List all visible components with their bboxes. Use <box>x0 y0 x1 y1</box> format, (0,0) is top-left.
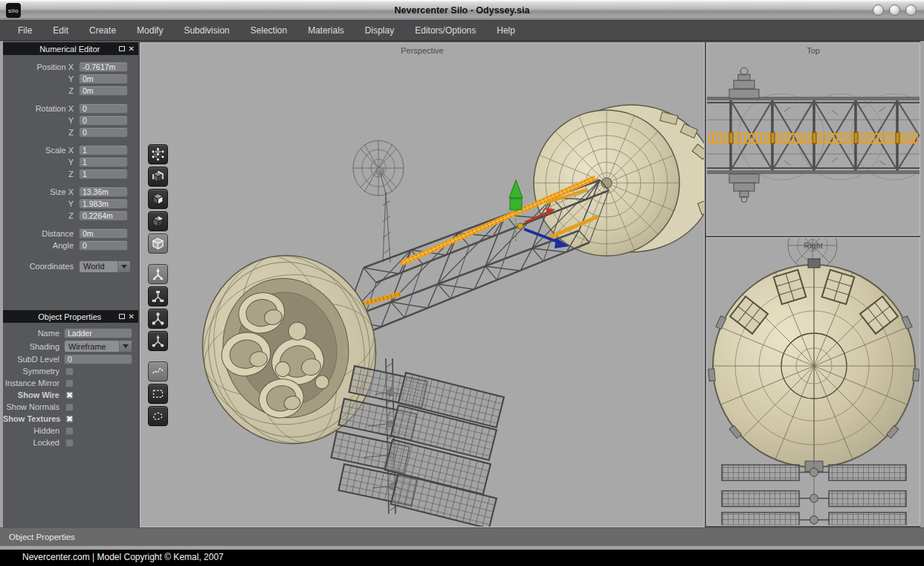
position-z-input[interactable]: 0m <box>79 86 128 96</box>
menu-create[interactable]: Create <box>79 21 126 40</box>
top-view-canvas[interactable] <box>707 43 920 235</box>
shading-row: Shading Wireframe <box>3 339 138 353</box>
distance-input[interactable]: 0m <box>79 228 128 239</box>
right-view-canvas[interactable] <box>707 238 920 525</box>
menu-display[interactable]: Display <box>355 21 404 40</box>
rotation-x-input[interactable]: 0 <box>79 103 128 114</box>
silo-application-window: silo Nevercenter Silo - Odyssey.sia File… <box>0 0 924 566</box>
coordinates-dropdown[interactable]: World <box>79 260 131 273</box>
subd-level-label: SubD Level <box>3 355 64 364</box>
position-x-row: Position X-0.7617m <box>3 61 138 73</box>
object-properties-header[interactable]: Object Properties ✕ <box>3 310 138 323</box>
size-z-input[interactable]: 0.2264m <box>79 210 128 221</box>
scale-y-input[interactable]: 1 <box>79 157 128 167</box>
field-label: Y <box>3 74 79 83</box>
object-properties-panel: Object Properties ✕ Name Ladder Shading <box>3 310 138 527</box>
scale-z-input[interactable]: 1 <box>79 169 128 179</box>
panel-collapse-icon[interactable] <box>119 46 125 51</box>
size-x-input[interactable]: 13.36m <box>79 187 128 197</box>
position-z-row: Z0m <box>3 85 138 97</box>
menu-help[interactable]: Help <box>486 21 526 40</box>
left-panel-column: Numerical Editor ✕ Position X-0.7617m Y0… <box>3 41 138 527</box>
menu-subdivision[interactable]: Subdivision <box>173 21 239 40</box>
angle-input[interactable]: 0 <box>79 240 128 251</box>
top-ladder-highlight <box>708 132 918 144</box>
status-bar: Object Properties <box>0 527 924 546</box>
coordinates-label: Coordinates <box>3 262 79 271</box>
scale-tool-button[interactable] <box>148 309 168 329</box>
field-label: Z <box>3 86 79 95</box>
satellite-dish <box>353 141 404 263</box>
locked-row: Locked <box>3 437 138 448</box>
show-textures-row: Show Textures✖ <box>3 413 138 425</box>
hidden-checkbox[interactable] <box>65 427 74 435</box>
rotation-x-row: Rotation X0 <box>3 103 138 115</box>
solar-panels <box>332 358 504 527</box>
menu-edit[interactable]: Edit <box>42 21 79 40</box>
name-label: Name <box>3 329 64 338</box>
lasso-select-button[interactable] <box>148 406 168 426</box>
checkbox-label: Locked <box>3 438 64 447</box>
field-label: Position X <box>3 62 79 71</box>
field-label: Z <box>3 170 79 179</box>
shading-value: Wireframe <box>65 342 119 351</box>
locked-checkbox[interactable] <box>65 439 74 447</box>
right-viewport[interactable]: Right <box>706 237 920 526</box>
perspective-viewport[interactable]: Perspective <box>140 42 705 527</box>
dropdown-arrow-button[interactable] <box>119 341 132 352</box>
window-maximize-button[interactable] <box>889 4 900 16</box>
scale-x-input[interactable]: 1 <box>79 145 128 155</box>
shading-dropdown[interactable]: Wireframe <box>64 340 132 353</box>
menu-modify[interactable]: Modify <box>126 21 173 40</box>
size-z-row: Z0.2264m <box>3 210 138 222</box>
field-label: Distance <box>3 229 79 238</box>
name-row: Name Ladder <box>3 327 138 339</box>
panel-close-icon[interactable]: ✕ <box>129 313 135 321</box>
instance-mirror-checkbox[interactable] <box>65 379 74 387</box>
rect-select-button[interactable] <box>148 384 168 404</box>
right-solar-rows <box>722 465 906 525</box>
rotation-z-input[interactable]: 0 <box>79 127 128 138</box>
universal-manipulator-button[interactable] <box>148 331 168 351</box>
show-wire-checkbox[interactable]: ✖ <box>65 391 74 399</box>
numerical-editor-title: Numerical Editor <box>3 45 119 54</box>
perspective-3d-canvas[interactable] <box>140 43 704 527</box>
show-normals-checkbox[interactable] <box>65 403 74 411</box>
instance-mirror-row: Instance Mirror <box>3 377 138 389</box>
size-y-input[interactable]: 1.983m <box>79 199 128 209</box>
menu-selection[interactable]: Selection <box>240 21 297 40</box>
symmetry-checkbox[interactable] <box>65 367 74 376</box>
top-viewport[interactable]: Top <box>706 42 920 236</box>
numerical-editor-header[interactable]: Numerical Editor ✕ <box>3 42 138 55</box>
dropdown-arrow-button[interactable] <box>117 261 130 272</box>
menu-editors-options[interactable]: Editors/Options <box>404 21 486 40</box>
window-close-button[interactable] <box>905 4 917 16</box>
panel-close-icon[interactable]: ✕ <box>129 45 135 53</box>
angle-row: Angle0 <box>3 239 138 251</box>
size-x-row: Size X13.36m <box>3 186 138 198</box>
title-bar[interactable]: silo Nevercenter Silo - Odyssey.sia <box>0 0 924 21</box>
menu-file[interactable]: File <box>7 21 42 40</box>
shading-label: Shading <box>3 342 64 351</box>
face-mode-button[interactable] <box>148 189 168 209</box>
rotate-tool-button[interactable] <box>148 286 168 306</box>
vertex-mode-button[interactable] <box>148 144 168 164</box>
field-label: Z <box>3 128 79 137</box>
multi-mode-button[interactable] <box>148 211 168 231</box>
field-label: Z <box>3 211 79 220</box>
panel-collapse-icon[interactable] <box>119 314 125 319</box>
subd-level-input[interactable]: 0 <box>64 354 132 364</box>
rotation-y-input[interactable]: 0 <box>79 115 128 126</box>
move-tool-button[interactable] <box>148 264 168 284</box>
paint-select-button[interactable] <box>148 361 168 382</box>
position-y-input[interactable]: 0m <box>79 74 128 84</box>
name-input[interactable]: Ladder <box>64 328 132 338</box>
object-mode-button[interactable] <box>148 234 168 254</box>
menu-materials[interactable]: Materials <box>297 21 355 40</box>
symmetry-row: Symmetry <box>3 365 138 377</box>
scale-y-row: Y1 <box>3 156 138 168</box>
show-textures-checkbox[interactable]: ✖ <box>65 415 74 423</box>
edge-mode-button[interactable] <box>148 167 168 187</box>
position-x-input[interactable]: -0.7617m <box>79 62 128 72</box>
window-minimize-button[interactable] <box>873 4 884 16</box>
